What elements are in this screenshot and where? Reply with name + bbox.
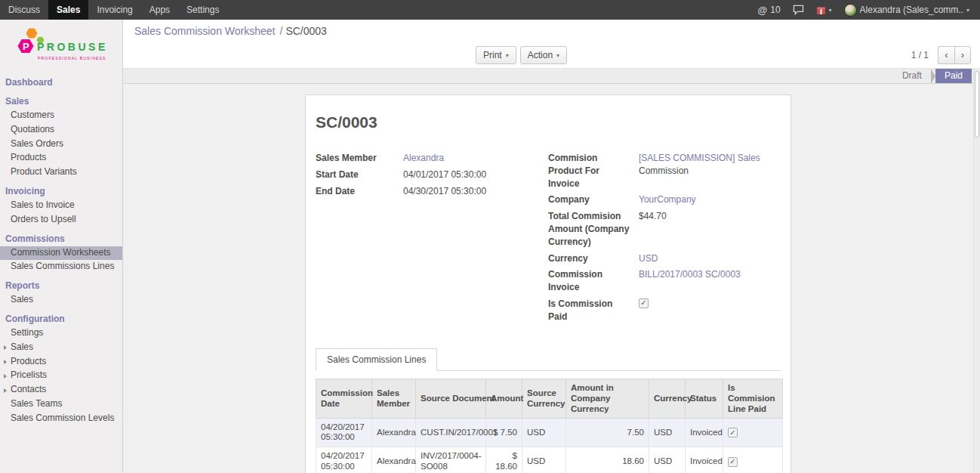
sidebar: P PROBUSE PROFESSIONAL BUSINESS Dashboar… <box>0 20 123 473</box>
field-group-right: Commision Product For Invoice [SALES COM… <box>548 152 781 327</box>
sidebar-item-config-sales[interactable]: Sales <box>0 341 122 355</box>
activity-count-badge: 10 <box>770 5 780 15</box>
menu-apps[interactable]: Apps <box>141 0 178 20</box>
cell-currency: USD <box>649 447 686 473</box>
pager-previous-button[interactable]: ‹ <box>938 46 954 64</box>
field-group-left: Sales Member Alexandra Start Date 04/01/… <box>316 152 548 327</box>
logo-hex-orange <box>26 29 38 39</box>
is-commission-paid-checkbox: ✓ <box>639 298 649 308</box>
sidebar-item-settings[interactable]: Settings <box>0 326 122 341</box>
sidebar-item-commission-worksheets[interactable]: Commission Worksheets <box>0 246 122 261</box>
user-menu[interactable]: Alexandra (Sales_comm.. ▾ <box>838 0 975 20</box>
sidebar-item-sales-orders[interactable]: Sales Orders <box>0 138 122 152</box>
sidebar-heading-reports[interactable]: Reports <box>0 277 122 293</box>
cell-amount-company: 7.50 <box>566 418 649 447</box>
field-label: Is Commission Paid <box>548 298 639 323</box>
sidebar-item-sales-teams[interactable]: Sales Teams <box>0 397 122 412</box>
sidebar-heading-sales[interactable]: Sales <box>0 93 122 109</box>
column-header-amount-company-currency[interactable]: Amount in Company Currency <box>566 379 649 418</box>
cell-amount-company: 18.60 <box>566 447 649 473</box>
commission-product-link[interactable]: [SALES COMMISSION] Sales <box>639 153 760 163</box>
breadcrumb-parent-link[interactable]: Sales Commission Worksheet <box>134 25 275 37</box>
check-icon: ✓ <box>729 458 735 465</box>
sidebar-item-config-products[interactable]: Products <box>0 355 122 369</box>
sidebar-item-reports-sales[interactable]: Sales <box>0 293 122 308</box>
print-button[interactable]: Print▾ <box>476 46 516 64</box>
action-button[interactable]: Action▾ <box>520 46 567 64</box>
sidebar-heading-configuration[interactable]: Configuration <box>0 311 122 326</box>
column-header-amount[interactable]: Amount <box>486 379 522 418</box>
messages-menu-button[interactable] <box>787 0 810 20</box>
tab-sales-commission-lines[interactable]: Sales Commission Lines <box>316 348 437 371</box>
print-button-label: Print <box>483 50 502 60</box>
sidebar-item-product-variants[interactable]: Product Variants <box>0 165 122 180</box>
scrollbar-thumb[interactable] <box>975 71 979 138</box>
sidebar-heading-commissions[interactable]: Commissions <box>0 230 122 246</box>
statusbar: Draft Paid <box>123 68 980 84</box>
sales-member-link[interactable]: Alexandra <box>403 152 444 165</box>
cell-sales-member: Alexandra <box>372 418 416 447</box>
systray-icon <box>816 5 826 15</box>
column-header-status[interactable]: Status <box>686 379 723 418</box>
sidebar-item-sales-commission-levels[interactable]: Sales Commission Levels <box>0 412 122 426</box>
field-label: Commission Invoice <box>548 268 639 294</box>
chevron-down-icon: ▾ <box>966 7 969 14</box>
field-sales-member: Sales Member Alexandra <box>316 152 548 165</box>
chevron-down-icon: ▾ <box>556 52 559 59</box>
field-start-date: Start Date 04/01/2017 05:30:00 <box>316 168 548 181</box>
cell-commission-date: 04/20/2017 05:30:00 <box>316 418 372 447</box>
check-icon: ✓ <box>640 299 646 307</box>
column-header-currency[interactable]: Currency <box>649 379 686 418</box>
sidebar-item-sales-commissions-lines[interactable]: Sales Commissions Lines <box>0 260 122 274</box>
support-menu-button[interactable]: ▾ <box>810 0 838 20</box>
column-header-line-paid[interactable]: Is Commision Line Paid <box>723 379 783 418</box>
menu-settings[interactable]: Settings <box>178 0 227 20</box>
column-header-commission-date[interactable]: Commission Date <box>316 379 372 418</box>
sidebar-item-config-pricelists[interactable]: Pricelists <box>0 369 122 383</box>
sidebar-item-quotations[interactable]: Quotations <box>0 123 122 138</box>
line-paid-checkbox: ✓ <box>728 457 738 467</box>
column-header-source-currency[interactable]: Source Currency <box>522 379 566 418</box>
svg-text:PROBUSE: PROBUSE <box>37 41 108 53</box>
cell-commission-date: 04/20/2017 05:30:00 <box>316 447 372 473</box>
sidebar-item-label: Products <box>11 356 46 366</box>
sidebar-item-customers[interactable]: Customers <box>0 109 122 123</box>
currency-link[interactable]: USD <box>639 252 658 265</box>
menu-sales[interactable]: Sales <box>48 0 88 20</box>
record-title: SC/0003 <box>316 113 781 131</box>
cell-source-document: CUST.IN/2017/0001 <box>416 418 486 447</box>
field-label: Commision Product For Invoice <box>548 152 639 190</box>
activity-menu-button[interactable]: @ 10 <box>752 0 787 20</box>
activity-icon: @ <box>758 5 768 16</box>
vertical-scrollbar[interactable] <box>973 68 980 473</box>
sidebar-item-products[interactable]: Products <box>0 151 122 165</box>
field-label: Currency <box>548 252 639 265</box>
svg-text:PROFESSIONAL BUSINESS: PROFESSIONAL BUSINESS <box>38 56 106 60</box>
field-total-commission: Total Commision Amount (Company Currency… <box>548 210 781 248</box>
svg-text:P: P <box>23 41 29 52</box>
pager-counter[interactable]: 1 / 1 <box>911 50 929 60</box>
start-date-value: 04/01/2017 05:30:00 <box>403 168 486 181</box>
column-header-sales-member[interactable]: Sales Member <box>372 379 416 418</box>
sidebar-item-sales-to-invoice[interactable]: Sales to Invoice <box>0 199 122 213</box>
table-row[interactable]: 04/20/2017 05:30:00 Alexandra INV/2017/0… <box>316 447 783 473</box>
column-header-source-document[interactable]: Source Document <box>416 379 486 418</box>
menu-discuss[interactable]: Discuss <box>0 0 48 20</box>
sidebar-item-config-contacts[interactable]: Contacts <box>0 383 122 397</box>
chevron-down-icon: ▾ <box>829 7 832 14</box>
control-panel: Print▾ Action▾ 1 / 1 ‹ › <box>123 42 980 68</box>
menu-invoicing[interactable]: Invoicing <box>88 0 140 20</box>
sidebar-heading-invoicing[interactable]: Invoicing <box>0 183 122 199</box>
field-currency: Currency USD <box>548 252 781 265</box>
commission-invoice-link[interactable]: BILL/2017/0003 SC/0003 <box>639 268 741 294</box>
check-icon: ✓ <box>729 429 735 437</box>
status-step-draft[interactable]: Draft <box>893 69 931 83</box>
sidebar-item-orders-to-upsell[interactable]: Orders to Upsell <box>0 213 122 227</box>
sidebar-item-dashboard[interactable]: Dashboard <box>0 74 122 90</box>
table-row[interactable]: 04/20/2017 05:30:00 Alexandra CUST.IN/20… <box>316 418 783 447</box>
action-button-label: Action <box>528 50 553 60</box>
status-step-paid[interactable]: Paid <box>935 69 972 83</box>
pager-next-button[interactable]: › <box>954 46 971 64</box>
company-link[interactable]: YourCompany <box>639 193 696 206</box>
avatar <box>844 4 857 17</box>
